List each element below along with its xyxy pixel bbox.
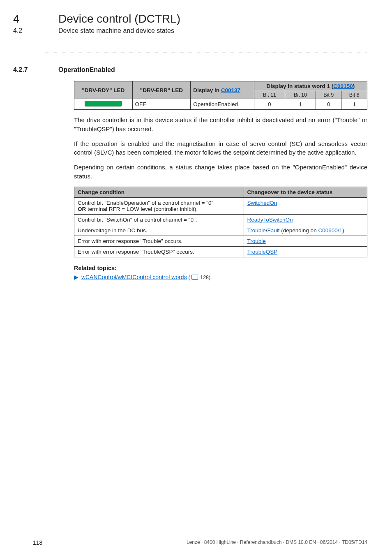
th-status-word: Display in status word 1 (C00150): [254, 81, 367, 91]
chapter-heading: 4 Device control (DCTRL): [45, 12, 367, 25]
change-condition-cell: Control bit "EnableOperation" of a contr…: [74, 197, 244, 214]
th-bit8: Bit 8: [341, 91, 367, 99]
bit11-value: 0: [254, 99, 285, 110]
chapter-number: 4: [0, 12, 58, 25]
th-drv-err: "DRV-ERR" LED: [132, 81, 191, 99]
status-link[interactable]: Fault: [267, 227, 280, 234]
status-link[interactable]: Trouble: [247, 227, 266, 234]
subsection-number: 4.2.7: [0, 66, 58, 74]
drv-rdy-led-indicator: [85, 101, 122, 106]
table-row: Undervoltage in the DC bus.Trouble/Fault…: [74, 225, 367, 236]
change-condition-cell: Error with error response "TroubleQSP" o…: [74, 246, 244, 257]
table-row: Error with error response "TroubleQSP" o…: [74, 246, 367, 257]
link-c00150[interactable]: C00150: [333, 83, 353, 89]
th-change-condition: Change condition: [74, 187, 244, 197]
section-title: Device state machine and device states: [58, 27, 174, 35]
th-changeover-status: Changeover to the device status: [244, 187, 367, 197]
status-word-prefix: Display in status word 1 (: [267, 83, 334, 89]
th-drv-rdy: "DRV-RDY" LED: [74, 81, 133, 99]
book-icon: [191, 275, 198, 280]
section-number: 4.2: [0, 27, 58, 35]
changeover-status-cell: Trouble/Fault (depending on C00600/1): [244, 225, 367, 236]
changeover-status-cell: SwitchedOn: [244, 197, 367, 214]
chapter-title: Device control (DCTRL): [58, 12, 180, 25]
bit8-value: 1: [341, 99, 367, 110]
th-bit11: Bit 11: [254, 91, 285, 99]
body-paragraph-2: If the operation is enabled and the magn…: [74, 139, 367, 157]
changeover-status-cell: Trouble: [244, 236, 367, 246]
change-condition-cell: Control bit "SwitchOn" of a control chan…: [74, 214, 244, 225]
bit10-value: 1: [285, 99, 316, 110]
related-page-number: 128: [200, 275, 209, 280]
related-topics-heading: Related topics:: [74, 265, 367, 271]
related-page-ref: ( 128): [189, 275, 211, 280]
link-c00137[interactable]: C00137: [221, 87, 240, 93]
bit9-value: 0: [316, 99, 341, 110]
status-link[interactable]: TroubleQSP: [247, 249, 278, 255]
link-related-topic[interactable]: wCANControl/wMCIControl control words: [81, 274, 187, 280]
change-condition-cell: Undervoltage in the DC bus.: [74, 225, 244, 236]
change-condition-cell: Error with error response "Trouble" occu…: [74, 236, 244, 246]
display-in-prefix: Display in: [193, 87, 221, 93]
th-display-in: Display in C00137: [191, 81, 254, 99]
triangle-bullet-icon: ▶: [74, 274, 80, 280]
th-bit10: Bit 10: [285, 91, 316, 99]
page-number: 118: [33, 539, 42, 546]
separator-line: _ _ _ _ _ _ _ _ _ _ _ _ _ _ _ _ _ _ _ _ …: [45, 46, 367, 53]
drv-rdy-led-cell: [74, 99, 133, 110]
status-word-suffix: ): [353, 83, 355, 89]
th-bit9: Bit 9: [316, 91, 341, 99]
status-link[interactable]: ReadyToSwitchOn: [247, 217, 293, 223]
changeover-status-cell: TroubleQSP: [244, 246, 367, 257]
changeover-status-cell: ReadyToSwitchOn: [244, 214, 367, 225]
drv-err-value: OFF: [132, 99, 191, 110]
display-value: OperationEnabled: [191, 99, 254, 110]
table-row: Control bit "SwitchOn" of a control chan…: [74, 214, 367, 225]
status-link[interactable]: Trouble: [247, 238, 266, 244]
footer-info: Lenze · 8400 HighLine · Referenzhandbuch…: [187, 539, 367, 546]
table-row: Error with error response "Trouble" occu…: [74, 236, 367, 246]
change-condition-table: Change condition Changeover to the devic…: [74, 187, 367, 257]
table-row: Control bit "EnableOperation" of a contr…: [74, 197, 367, 214]
status-link[interactable]: C00600/1: [318, 227, 342, 234]
page-footer: 118 Lenze · 8400 HighLine · Referenzhand…: [33, 539, 367, 546]
led-status-table: "DRV-RDY" LED "DRV-ERR" LED Display in C…: [74, 81, 367, 110]
led-status-row: OFF OperationEnabled 0 1 0 1: [74, 99, 367, 110]
body-paragraph-3: Depending on certain conditions, a statu…: [74, 163, 367, 181]
related-topic-item: ▶ wCANControl/wMCIControl control words …: [74, 274, 367, 280]
section-heading: 4.2 Device state machine and device stat…: [45, 27, 367, 35]
status-link[interactable]: SwitchedOn: [247, 200, 277, 206]
subsection-heading: 4.2.7 OperationEnabled: [45, 66, 367, 74]
body-paragraph-1: The drive controller is in this device s…: [74, 116, 367, 134]
subsection-title: OperationEnabled: [58, 66, 115, 74]
